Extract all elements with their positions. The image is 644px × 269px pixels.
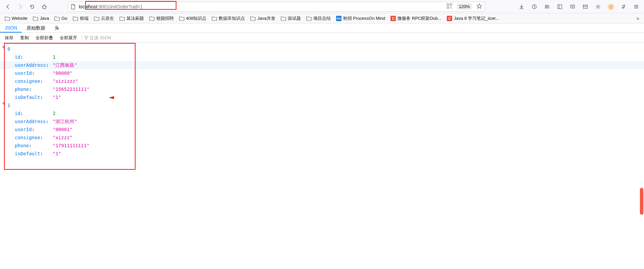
settings-icon[interactable] [593, 2, 603, 12]
bookmarks-overflow-icon[interactable]: » [634, 14, 641, 22]
qr-icon[interactable] [447, 3, 452, 10]
json-property-row[interactable]: consignee:"xizizzz" [0, 77, 644, 85]
json-value: "xizzz" [53, 133, 72, 142]
folder-icon [281, 16, 286, 21]
overflow-icon[interactable] [619, 2, 629, 12]
json-property-row[interactable]: isDefault:"1" [0, 93, 644, 101]
reload-button[interactable] [27, 1, 38, 12]
scrollbar-thumb[interactable] [640, 188, 643, 215]
bookmark-label: 算法刷题 [126, 15, 144, 21]
folder-icon [250, 16, 256, 21]
bookmark-item[interactable]: 算法刷题 [117, 14, 146, 22]
bookmark-star-icon[interactable] [477, 3, 482, 10]
bookmark-item[interactable]: Java [31, 15, 51, 22]
json-value: "17911111111" [53, 142, 90, 150]
json-property-row[interactable]: id:2 [0, 109, 644, 117]
toggle-icon[interactable] [2, 46, 5, 49]
json-key: userId: [15, 69, 53, 77]
filter-json[interactable]: 过滤 JSON [82, 34, 113, 42]
json-property-row[interactable]: phone:"17911111111" [0, 142, 644, 150]
bookmark-label: 项目总结 [313, 15, 331, 21]
bookmark-label: 数据库知识点 [219, 15, 245, 21]
tab-raw[interactable]: 原始数据 [22, 23, 50, 33]
json-property-row[interactable]: phone:"15652211111" [0, 85, 644, 93]
json-key: isDefault: [15, 150, 53, 158]
svg-rect-6 [558, 5, 562, 9]
json-viewer: 0:id:1userAddress:"江西南昌"userId:"00000"co… [0, 43, 644, 162]
bookmark-item[interactable]: CJava 8 学习笔记_iicer... [445, 14, 501, 22]
library-icon[interactable] [542, 2, 552, 12]
json-property-row[interactable]: userId:"00001" [0, 125, 644, 133]
json-key: consignee: [15, 77, 53, 85]
copy-button[interactable]: 复制 [17, 34, 32, 42]
action-row: 保存 复制 全部折叠 全部展开 过滤 JSON [0, 33, 644, 43]
bookmark-label: 云原生 [101, 15, 114, 21]
json-key: userAddress: [15, 117, 53, 125]
json-value: "00000" [53, 69, 72, 77]
back-button[interactable] [3, 1, 13, 12]
bookmark-item[interactable]: 408知识点 [177, 14, 209, 22]
svg-rect-1 [450, 4, 452, 5]
mail-icon[interactable] [580, 2, 590, 12]
bookmark-label: Java 8 学习笔记_iicer... [454, 15, 499, 21]
bookmark-label: 秋招 ProcessOn Mind [343, 15, 385, 21]
forward-button[interactable] [15, 1, 25, 12]
json-key: id: [15, 53, 53, 61]
profile-avatar[interactable] [606, 2, 616, 12]
bookmark-item[interactable]: 云原生 [92, 14, 116, 22]
zoom-level[interactable]: 120% [457, 3, 472, 10]
bookmark-label: 面试题 [288, 15, 301, 21]
bookmark-item[interactable]: Java并发 [248, 14, 277, 22]
home-button[interactable] [39, 1, 50, 12]
url-bar[interactable]: localhost:9001/initOrder?uid=1 120% [68, 2, 485, 12]
sidebar-icon[interactable] [555, 2, 565, 12]
folder-icon [149, 16, 155, 21]
json-property-row[interactable]: userId:"00000" [0, 69, 644, 77]
downloads-icon[interactable] [517, 2, 527, 12]
favicon-icon: On [336, 16, 341, 21]
json-property-row[interactable]: id:1 [0, 53, 644, 61]
browser-toolbar: localhost:9001/initOrder?uid=1 120% [0, 0, 644, 13]
bookmark-item[interactable]: On秋招 ProcessOn Mind [334, 14, 387, 22]
bookmark-item[interactable]: 数据库知识点 [210, 14, 247, 22]
svg-rect-8 [571, 5, 575, 8]
bookmark-item[interactable]: Go [52, 15, 69, 22]
url-host: localhost [79, 4, 97, 9]
json-property-row[interactable]: userAddress:"江西南昌" [0, 61, 644, 69]
tab-json[interactable]: JSON [0, 23, 22, 33]
bookmark-item[interactable]: C微服务 RPC框架Dub... [388, 14, 443, 22]
pocket-icon[interactable] [568, 2, 578, 12]
filter-placeholder: 过滤 JSON [90, 35, 111, 41]
json-object-index[interactable]: 1: [0, 101, 644, 109]
tab-headers[interactable]: 头 [50, 23, 64, 33]
url-rest: :9001/initOrder?uid=1 [97, 4, 143, 9]
json-object-index[interactable]: 0: [0, 45, 644, 53]
json-property-row[interactable]: isDefault:"1" [0, 150, 644, 158]
json-value: "1" [53, 150, 61, 158]
bookmark-item[interactable]: 项目总结 [304, 14, 333, 22]
svg-rect-0 [447, 4, 449, 5]
bookmark-label: Website [12, 16, 28, 21]
bookmark-item[interactable]: 前端 [71, 14, 91, 22]
menu-icon[interactable] [631, 2, 641, 12]
expand-all-button[interactable]: 全部展开 [56, 34, 80, 42]
bookmark-item[interactable]: 校园招聘 [147, 14, 176, 22]
page-icon [71, 4, 76, 9]
json-key: phone: [15, 142, 53, 150]
bookmark-item[interactable]: Website [3, 15, 30, 22]
svg-rect-3 [450, 7, 451, 7]
bookmark-label: Go [61, 16, 67, 21]
json-property-row[interactable]: userAddress:"浙江杭州" [0, 117, 644, 125]
toggle-icon[interactable] [2, 103, 5, 105]
svg-rect-2 [447, 7, 449, 8]
json-key: userAddress: [15, 61, 53, 69]
json-property-row[interactable]: consignee:"xizzz" [0, 133, 644, 142]
save-button[interactable]: 保存 [1, 34, 17, 42]
collapse-all-button[interactable]: 全部折叠 [32, 34, 56, 42]
bookmark-item[interactable]: 面试题 [279, 14, 303, 22]
favicon-icon: C [390, 16, 396, 21]
folder-icon [94, 16, 99, 21]
bookmarks-bar: WebsiteJavaGo前端云原生算法刷题校园招聘408知识点数据库知识点Ja… [0, 13, 644, 23]
bookmark-label: Java并发 [257, 15, 275, 21]
history-icon[interactable] [529, 2, 539, 12]
